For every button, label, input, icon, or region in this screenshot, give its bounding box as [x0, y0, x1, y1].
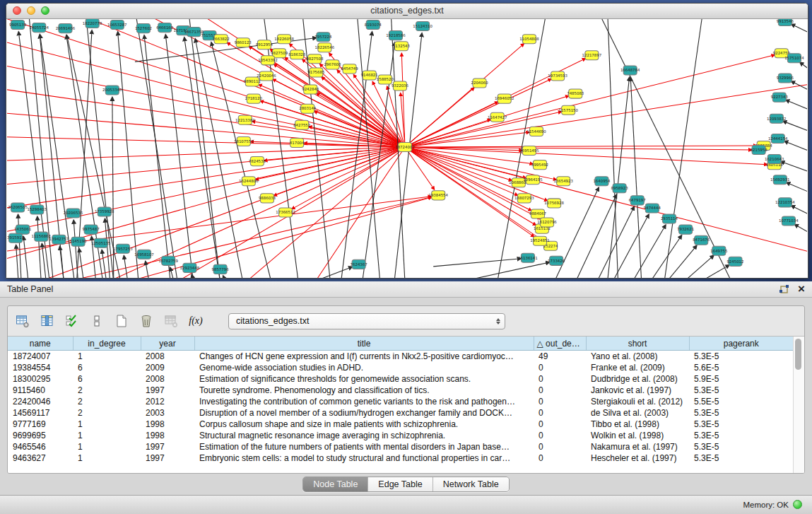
graph-node[interactable]: 8958923	[611, 184, 628, 193]
column-header-pagerank[interactable]: pagerank	[689, 337, 794, 351]
graph-node[interactable]: 10653287	[107, 21, 127, 30]
graph-node[interactable]: 12213382	[235, 115, 255, 124]
graph-node[interactable]: 9975487	[83, 225, 100, 234]
table-scrollbar-thumb[interactable]	[795, 339, 801, 370]
graph-node[interactable]: 16782759	[158, 256, 178, 265]
tab-edge-table[interactable]: Edge Table	[367, 477, 432, 491]
graph-node[interactable]: 19524851	[530, 236, 550, 245]
graph-node[interactable]: 2718120	[245, 94, 263, 103]
table-selector-dropdown[interactable]: citations_edges.txt	[228, 313, 505, 329]
graph-node[interactable]: 1588520	[377, 75, 394, 84]
graph-node[interactable]: 10964195	[523, 175, 543, 185]
table-row[interactable]: 977716911998Corpus callosum shape and si…	[8, 419, 794, 430]
graph-node[interactable]: 8471676	[693, 235, 710, 245]
tab-network-table[interactable]: Network Table	[433, 477, 509, 491]
graph-node[interactable]: 11054808	[519, 35, 539, 44]
graph-node[interactable]: 16210643	[765, 155, 784, 164]
graph-node[interactable]: 7932621	[677, 225, 694, 234]
graph-node[interactable]: 15298403	[27, 205, 47, 214]
graph-node[interactable]: 19734593	[548, 71, 567, 81]
graph-node[interactable]: 15692931	[770, 175, 790, 185]
graph-node[interactable]: 13942757	[49, 235, 69, 244]
table-scrollbar[interactable]	[793, 337, 804, 473]
column-header-year[interactable]: year	[141, 337, 194, 351]
table-row[interactable]: 1830029562008Estimation of significance …	[8, 373, 794, 385]
graph-node[interactable]: 2204060	[471, 78, 489, 88]
table-settings-icon[interactable]	[15, 313, 30, 329]
graph-node[interactable]: 18807293	[514, 194, 534, 203]
float-panel-icon[interactable]	[779, 284, 789, 295]
graph-node[interactable]: 1640954	[593, 177, 611, 186]
graph-node[interactable]: 9245012	[726, 257, 743, 266]
graph-node[interactable]: 7824538	[249, 157, 266, 166]
graph-node[interactable]: 8454749	[341, 64, 359, 74]
table-row[interactable]: 1938455462009Genome-wide association stu…	[8, 362, 794, 373]
graph-node[interactable]: 10771034	[779, 216, 799, 226]
graph-node[interactable]: 1145190	[69, 237, 87, 246]
graph-node[interactable]: 9474444	[644, 204, 661, 213]
table-row[interactable]: 1456911722003Disruption of a novel membe…	[8, 407, 794, 419]
graph-node[interactable]: 12217897	[582, 51, 602, 60]
graph-node[interactable]: 26206505	[8, 203, 28, 212]
table-row[interactable]: 2242004622012Investigating the contribut…	[8, 396, 794, 407]
graph-node[interactable]: 9890112	[244, 77, 261, 86]
graph-node[interactable]: 9227343	[771, 93, 788, 102]
graph-node[interactable]: 9905139	[9, 21, 27, 30]
graph-node[interactable]: 8186328	[288, 50, 306, 59]
graph-node[interactable]: 17366512	[276, 208, 295, 217]
graph-node[interactable]: 9886038	[259, 194, 276, 203]
graph-node[interactable]: 17359928	[95, 207, 114, 216]
graph-node[interactable]: 16946052	[495, 94, 514, 103]
graph-node[interactable]: 6479197	[629, 196, 646, 205]
graph-node[interactable]: 7663822	[213, 35, 230, 44]
graph-node[interactable]: 2935114	[661, 214, 678, 223]
graph-node[interactable]: 1435061	[14, 225, 31, 234]
graph-node[interactable]: 10543392	[258, 56, 278, 65]
graph-node[interactable]: 18226546	[315, 43, 335, 52]
graph-node[interactable]: 11544690	[526, 127, 546, 136]
graph-node[interactable]: 9175685	[307, 68, 324, 77]
graph-node[interactable]: 18226058	[274, 35, 294, 44]
delete-attribute-icon[interactable]	[139, 313, 154, 329]
network-canvas[interactable]: 2522744170041132543114519014350611527602…	[7, 19, 807, 278]
graph-node[interactable]: 3915911	[7, 233, 24, 243]
graph-node[interactable]: 6466160	[156, 23, 174, 33]
graph-node[interactable]: 7624367	[351, 259, 367, 269]
graph-node[interactable]: 2967608	[324, 60, 341, 69]
graph-node[interactable]: 1733426	[548, 256, 565, 265]
graph-node[interactable]: 9146821	[361, 71, 378, 80]
graph-node[interactable]: 2803144	[299, 104, 317, 113]
graph-node[interactable]: 16244806	[239, 177, 259, 186]
graph-node[interactable]: 9322036	[392, 81, 409, 90]
graph-node[interactable]: 7957224	[314, 33, 332, 42]
graph-node[interactable]: 7485083	[567, 89, 584, 98]
graph-node[interactable]: 11575150	[558, 105, 578, 115]
graph-node[interactable]: 9827508	[306, 54, 324, 64]
column-header-title[interactable]: title	[194, 337, 534, 351]
graph-node[interactable]: 1132543	[393, 42, 410, 51]
close-panel-icon[interactable]: ×	[798, 283, 805, 296]
network-view-window[interactable]: citations_edges.txt 25227441700411325431…	[6, 3, 808, 279]
graph-node[interactable]: 13654923	[553, 177, 573, 186]
graph-node[interactable]: 18107553	[234, 136, 254, 146]
graph-node[interactable]: 16648784	[620, 66, 640, 75]
graph-node[interactable]: 18724007	[395, 142, 415, 151]
graph-node[interactable]: 12505135	[91, 238, 111, 247]
graph-node[interactable]: 12923448	[180, 263, 200, 272]
graph-node[interactable]: 20053346	[102, 86, 122, 95]
graph-node[interactable]: 16958107	[134, 250, 154, 259]
graph-node[interactable]: 14055724	[29, 23, 49, 33]
graph-node[interactable]: 8427552	[293, 120, 310, 129]
table-row[interactable]: 1872400712008Changes of HCN gene express…	[8, 351, 794, 363]
graph-node[interactable]: 417004	[290, 138, 305, 147]
graph-node[interactable]: 16136141	[518, 253, 538, 262]
graph-node[interactable]: 9884067	[529, 209, 546, 218]
row-height-icon[interactable]	[89, 313, 105, 329]
graph-node[interactable]: 15751074	[784, 54, 804, 63]
network-window-titlebar[interactable]: citations_edges.txt	[6, 4, 808, 19]
show-column-icon[interactable]	[40, 313, 55, 329]
graph-node[interactable]: 9857796	[212, 264, 230, 274]
table-row[interactable]: 946554611997Estimation of the future num…	[8, 441, 794, 452]
graph-node[interactable]: 11647427	[488, 112, 507, 122]
new-table-icon[interactable]	[114, 313, 129, 329]
